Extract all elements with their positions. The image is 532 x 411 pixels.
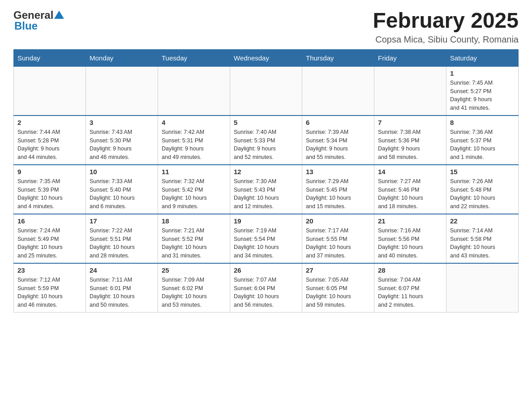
weekday-header-saturday: Saturday xyxy=(446,49,519,66)
day-info: Sunrise: 7:35 AM Sunset: 5:39 PM Dayligh… xyxy=(17,177,82,211)
calendar-day-cell xyxy=(14,66,86,116)
calendar-day-cell: 12Sunrise: 7:30 AM Sunset: 5:43 PM Dayli… xyxy=(230,165,302,214)
day-info: Sunrise: 7:39 AM Sunset: 5:34 PM Dayligh… xyxy=(306,128,370,162)
calendar-day-cell: 14Sunrise: 7:27 AM Sunset: 5:46 PM Dayli… xyxy=(374,165,446,214)
day-number: 10 xyxy=(90,168,154,176)
day-number: 23 xyxy=(17,266,82,274)
calendar-day-cell: 1Sunrise: 7:45 AM Sunset: 5:27 PM Daylig… xyxy=(446,66,519,116)
day-info: Sunrise: 7:29 AM Sunset: 5:45 PM Dayligh… xyxy=(306,177,370,211)
calendar-week-row: 9Sunrise: 7:35 AM Sunset: 5:39 PM Daylig… xyxy=(14,165,519,214)
day-number: 9 xyxy=(17,168,82,176)
logo-blue-text: Blue xyxy=(14,20,38,32)
day-number: 5 xyxy=(234,119,298,126)
day-info: Sunrise: 7:27 AM Sunset: 5:46 PM Dayligh… xyxy=(378,177,442,211)
calendar-day-cell: 24Sunrise: 7:11 AM Sunset: 6:01 PM Dayli… xyxy=(86,263,158,313)
calendar-day-cell: 26Sunrise: 7:07 AM Sunset: 6:04 PM Dayli… xyxy=(230,263,302,313)
weekday-header-monday: Monday xyxy=(86,49,158,66)
calendar-day-cell: 18Sunrise: 7:21 AM Sunset: 5:52 PM Dayli… xyxy=(158,214,230,263)
calendar-day-cell: 20Sunrise: 7:17 AM Sunset: 5:55 PM Dayli… xyxy=(302,214,374,263)
day-info: Sunrise: 7:07 AM Sunset: 6:04 PM Dayligh… xyxy=(234,276,298,309)
day-info: Sunrise: 7:17 AM Sunset: 5:55 PM Dayligh… xyxy=(306,227,370,260)
calendar-table: SundayMondayTuesdayWednesdayThursdayFrid… xyxy=(13,49,519,313)
calendar-day-cell: 6Sunrise: 7:39 AM Sunset: 5:34 PM Daylig… xyxy=(302,116,374,165)
day-info: Sunrise: 7:36 AM Sunset: 5:37 PM Dayligh… xyxy=(450,128,515,162)
weekday-header-wednesday: Wednesday xyxy=(230,49,302,66)
day-info: Sunrise: 7:33 AM Sunset: 5:40 PM Dayligh… xyxy=(90,177,154,211)
calendar-day-cell xyxy=(86,66,158,116)
day-number: 27 xyxy=(306,266,370,274)
day-number: 16 xyxy=(17,217,82,225)
day-number: 21 xyxy=(378,217,442,225)
day-number: 15 xyxy=(450,168,515,176)
day-number: 17 xyxy=(90,217,154,225)
day-info: Sunrise: 7:45 AM Sunset: 5:27 PM Dayligh… xyxy=(450,79,515,112)
day-number: 6 xyxy=(306,119,370,126)
day-info: Sunrise: 7:26 AM Sunset: 5:48 PM Dayligh… xyxy=(450,177,515,211)
calendar-day-cell xyxy=(446,263,519,313)
day-info: Sunrise: 7:30 AM Sunset: 5:43 PM Dayligh… xyxy=(234,177,298,211)
calendar-day-cell: 25Sunrise: 7:09 AM Sunset: 6:02 PM Dayli… xyxy=(158,263,230,313)
calendar-day-cell: 19Sunrise: 7:19 AM Sunset: 5:54 PM Dayli… xyxy=(230,214,302,263)
calendar-day-cell xyxy=(158,66,230,116)
logo: General Blue xyxy=(13,9,64,32)
day-number: 19 xyxy=(234,217,298,225)
day-number: 26 xyxy=(234,266,298,274)
day-info: Sunrise: 7:43 AM Sunset: 5:30 PM Dayligh… xyxy=(90,128,154,162)
calendar-week-row: 1Sunrise: 7:45 AM Sunset: 5:27 PM Daylig… xyxy=(14,66,519,116)
calendar-day-cell: 27Sunrise: 7:05 AM Sunset: 6:05 PM Dayli… xyxy=(302,263,374,313)
calendar-day-cell: 23Sunrise: 7:12 AM Sunset: 5:59 PM Dayli… xyxy=(14,263,86,313)
calendar-day-cell: 2Sunrise: 7:44 AM Sunset: 5:28 PM Daylig… xyxy=(14,116,86,165)
day-info: Sunrise: 7:12 AM Sunset: 5:59 PM Dayligh… xyxy=(17,276,82,309)
day-number: 1 xyxy=(450,69,515,77)
svg-marker-0 xyxy=(54,11,64,19)
calendar-day-cell: 5Sunrise: 7:40 AM Sunset: 5:33 PM Daylig… xyxy=(230,116,302,165)
day-number: 22 xyxy=(450,217,515,225)
day-number: 28 xyxy=(378,266,442,274)
weekday-header-thursday: Thursday xyxy=(302,49,374,66)
calendar-day-cell: 4Sunrise: 7:42 AM Sunset: 5:31 PM Daylig… xyxy=(158,116,230,165)
day-info: Sunrise: 7:21 AM Sunset: 5:52 PM Dayligh… xyxy=(162,227,226,260)
day-number: 12 xyxy=(234,168,298,176)
calendar-day-cell: 11Sunrise: 7:32 AM Sunset: 5:42 PM Dayli… xyxy=(158,165,230,214)
day-info: Sunrise: 7:42 AM Sunset: 5:31 PM Dayligh… xyxy=(162,128,226,162)
calendar-day-cell: 28Sunrise: 7:04 AM Sunset: 6:07 PM Dayli… xyxy=(374,263,446,313)
calendar-day-cell: 7Sunrise: 7:38 AM Sunset: 5:36 PM Daylig… xyxy=(374,116,446,165)
day-info: Sunrise: 7:16 AM Sunset: 5:56 PM Dayligh… xyxy=(378,227,442,260)
day-number: 3 xyxy=(90,119,154,126)
calendar-day-cell: 17Sunrise: 7:22 AM Sunset: 5:51 PM Dayli… xyxy=(86,214,158,263)
day-number: 20 xyxy=(306,217,370,225)
calendar-day-cell xyxy=(302,66,374,116)
day-number: 7 xyxy=(378,119,442,126)
day-number: 11 xyxy=(162,168,226,176)
calendar-day-cell xyxy=(374,66,446,116)
calendar-day-cell: 9Sunrise: 7:35 AM Sunset: 5:39 PM Daylig… xyxy=(14,165,86,214)
month-title: February 2025 xyxy=(373,9,519,33)
page-header: General Blue February 2025 Copsa Mica, S… xyxy=(13,9,519,45)
calendar-day-cell: 13Sunrise: 7:29 AM Sunset: 5:45 PM Dayli… xyxy=(302,165,374,214)
day-info: Sunrise: 7:09 AM Sunset: 6:02 PM Dayligh… xyxy=(162,276,226,309)
day-info: Sunrise: 7:19 AM Sunset: 5:54 PM Dayligh… xyxy=(234,227,298,260)
day-info: Sunrise: 7:22 AM Sunset: 5:51 PM Dayligh… xyxy=(90,227,154,260)
calendar-day-cell xyxy=(230,66,302,116)
calendar-day-cell: 15Sunrise: 7:26 AM Sunset: 5:48 PM Dayli… xyxy=(446,165,519,214)
day-info: Sunrise: 7:38 AM Sunset: 5:36 PM Dayligh… xyxy=(378,128,442,162)
calendar-day-cell: 16Sunrise: 7:24 AM Sunset: 5:49 PM Dayli… xyxy=(14,214,86,263)
day-info: Sunrise: 7:11 AM Sunset: 6:01 PM Dayligh… xyxy=(90,276,154,309)
weekday-header-tuesday: Tuesday xyxy=(158,49,230,66)
day-info: Sunrise: 7:05 AM Sunset: 6:05 PM Dayligh… xyxy=(306,276,370,309)
calendar-day-cell: 10Sunrise: 7:33 AM Sunset: 5:40 PM Dayli… xyxy=(86,165,158,214)
title-block: February 2025 Copsa Mica, Sibiu County, … xyxy=(373,9,519,45)
calendar-day-cell: 8Sunrise: 7:36 AM Sunset: 5:37 PM Daylig… xyxy=(446,116,519,165)
weekday-header-sunday: Sunday xyxy=(14,49,86,66)
weekday-header-row: SundayMondayTuesdayWednesdayThursdayFrid… xyxy=(14,49,519,66)
day-info: Sunrise: 7:44 AM Sunset: 5:28 PM Dayligh… xyxy=(17,128,82,162)
day-number: 13 xyxy=(306,168,370,176)
day-info: Sunrise: 7:32 AM Sunset: 5:42 PM Dayligh… xyxy=(162,177,226,211)
day-number: 4 xyxy=(162,119,226,126)
day-number: 18 xyxy=(162,217,226,225)
day-info: Sunrise: 7:14 AM Sunset: 5:58 PM Dayligh… xyxy=(450,227,515,260)
weekday-header-friday: Friday xyxy=(374,49,446,66)
calendar-week-row: 23Sunrise: 7:12 AM Sunset: 5:59 PM Dayli… xyxy=(14,263,519,313)
day-number: 2 xyxy=(17,119,82,126)
calendar-day-cell: 22Sunrise: 7:14 AM Sunset: 5:58 PM Dayli… xyxy=(446,214,519,263)
